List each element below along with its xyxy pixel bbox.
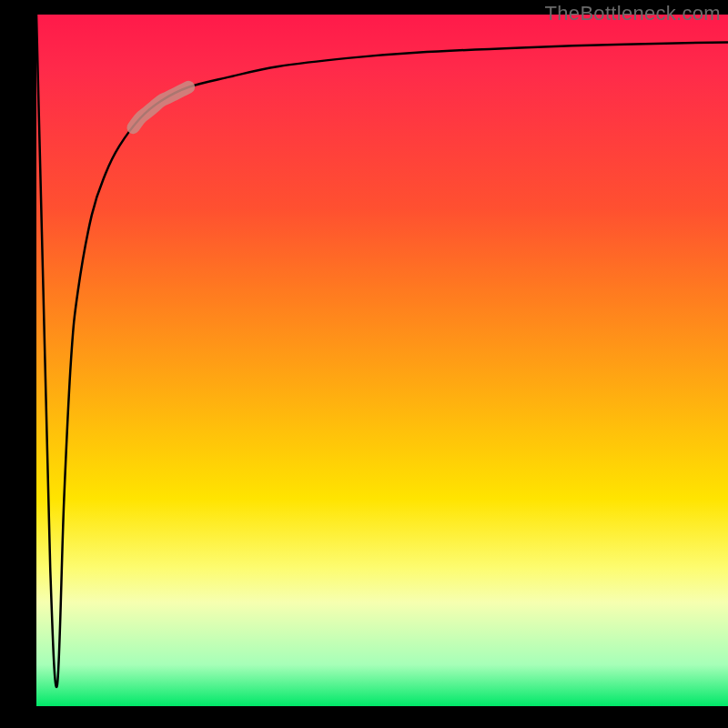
- curve-layer: [36, 15, 728, 706]
- chart-root: TheBottleneck.com: [0, 0, 728, 728]
- highlight-marker: [133, 87, 188, 127]
